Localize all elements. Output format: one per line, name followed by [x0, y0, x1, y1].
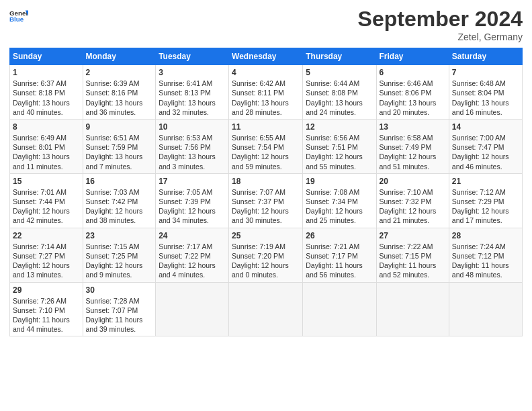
daylight: Daylight: 13 hours and 32 minutes. — [159, 99, 216, 116]
table-row: 5 Sunrise: 6:44 AM Sunset: 8:08 PM Dayli… — [303, 65, 376, 120]
sunset: Sunset: 7:47 PM — [452, 143, 504, 151]
empty-cell — [376, 282, 449, 336]
sunrise: Sunrise: 7:24 AM — [452, 242, 506, 250]
day-number: 16 — [86, 176, 153, 187]
sunrise: Sunrise: 6:55 AM — [232, 134, 285, 142]
daylight: Daylight: 12 hours and 55 minutes. — [306, 152, 363, 170]
sunset: Sunset: 7:12 PM — [452, 252, 504, 260]
day-number: 5 — [306, 67, 373, 78]
table-row: 18 Sunrise: 7:07 AM Sunset: 7:37 PM Dayl… — [229, 173, 303, 228]
table-row: 15 Sunrise: 7:01 AM Sunset: 7:44 PM Dayl… — [10, 173, 83, 228]
daylight: Daylight: 12 hours and 30 minutes. — [232, 207, 289, 224]
col-saturday: Saturday — [449, 48, 522, 65]
calendar-container: General Blue September 2024 Zetel, Germa… — [0, 0, 532, 343]
table-row: 13 Sunrise: 6:58 AM Sunset: 7:49 PM Dayl… — [376, 119, 449, 173]
daylight: Daylight: 13 hours and 11 minutes. — [13, 152, 70, 170]
sunset: Sunset: 8:18 PM — [13, 89, 65, 97]
daylight: Daylight: 13 hours and 40 minutes. — [13, 99, 70, 116]
sunset: Sunset: 8:01 PM — [13, 143, 65, 151]
sunrise: Sunrise: 7:10 AM — [380, 188, 433, 196]
sunrise: Sunrise: 6:37 AM — [13, 79, 66, 87]
day-number: 15 — [13, 176, 80, 187]
sunrise: Sunrise: 7:07 AM — [232, 188, 285, 196]
sunset: Sunset: 7:39 PM — [159, 197, 211, 205]
table-row: 25 Sunrise: 7:19 AM Sunset: 7:20 PM Dayl… — [229, 228, 303, 282]
sunrise: Sunrise: 6:53 AM — [159, 134, 212, 142]
sunset: Sunset: 7:34 PM — [306, 197, 358, 205]
sunrise: Sunrise: 6:48 AM — [452, 79, 506, 87]
day-number: 10 — [159, 122, 226, 132]
daylight: Daylight: 13 hours and 24 minutes. — [306, 99, 363, 116]
sunrise: Sunrise: 7:08 AM — [306, 188, 359, 196]
sunset: Sunset: 7:15 PM — [380, 252, 432, 260]
table-row: 8 Sunrise: 6:49 AM Sunset: 8:01 PM Dayli… — [10, 119, 83, 173]
sunrise: Sunrise: 7:17 AM — [159, 242, 212, 250]
table-row: 4 Sunrise: 6:42 AM Sunset: 8:11 PM Dayli… — [229, 65, 303, 120]
col-tuesday: Tuesday — [156, 48, 229, 65]
empty-cell — [303, 282, 376, 336]
day-number: 21 — [452, 176, 519, 187]
daylight: Daylight: 11 hours and 56 minutes. — [306, 261, 363, 279]
daylight: Daylight: 12 hours and 46 minutes. — [452, 152, 509, 170]
sunset: Sunset: 7:59 PM — [86, 143, 138, 151]
table-row: 21 Sunrise: 7:12 AM Sunset: 7:29 PM Dayl… — [449, 173, 522, 228]
daylight: Daylight: 12 hours and 4 minutes. — [159, 261, 216, 279]
day-number: 7 — [452, 67, 519, 78]
col-friday: Friday — [376, 48, 449, 65]
col-monday: Monday — [83, 48, 156, 65]
daylight: Daylight: 13 hours and 3 minutes. — [159, 152, 216, 170]
empty-cell — [156, 282, 229, 336]
sunset: Sunset: 7:29 PM — [452, 197, 504, 205]
sunset: Sunset: 7:25 PM — [86, 252, 138, 260]
daylight: Daylight: 13 hours and 16 minutes. — [452, 99, 509, 116]
empty-cell — [229, 282, 303, 336]
daylight: Daylight: 13 hours and 20 minutes. — [380, 99, 437, 116]
sunrise: Sunrise: 6:46 AM — [380, 79, 433, 87]
sunrise: Sunrise: 7:01 AM — [13, 188, 66, 196]
sunrise: Sunrise: 6:44 AM — [306, 79, 359, 87]
location-subtitle: Zetel, Germany — [358, 32, 523, 42]
logo: General Blue — [9, 7, 28, 26]
day-number: 28 — [452, 230, 519, 241]
daylight: Daylight: 12 hours and 59 minutes. — [232, 152, 289, 170]
daylight: Daylight: 12 hours and 51 minutes. — [380, 152, 437, 170]
sunset: Sunset: 7:22 PM — [159, 252, 211, 260]
table-row: 10 Sunrise: 6:53 AM Sunset: 7:56 PM Dayl… — [156, 119, 229, 173]
empty-cell — [449, 282, 522, 336]
day-number: 27 — [380, 230, 446, 241]
day-number: 19 — [306, 176, 373, 187]
table-row: 6 Sunrise: 6:46 AM Sunset: 8:06 PM Dayli… — [376, 65, 449, 120]
table-row: 24 Sunrise: 7:17 AM Sunset: 7:22 PM Dayl… — [156, 228, 229, 282]
sunset: Sunset: 8:16 PM — [86, 89, 138, 97]
table-row: 20 Sunrise: 7:10 AM Sunset: 7:32 PM Dayl… — [376, 173, 449, 228]
table-row: 14 Sunrise: 7:00 AM Sunset: 7:47 PM Dayl… — [449, 119, 522, 173]
calendar-week: 8 Sunrise: 6:49 AM Sunset: 8:01 PM Dayli… — [10, 119, 523, 173]
day-number: 22 — [13, 230, 80, 241]
table-row: 3 Sunrise: 6:41 AM Sunset: 8:13 PM Dayli… — [156, 65, 229, 120]
sunrise: Sunrise: 7:03 AM — [86, 188, 140, 196]
day-number: 1 — [13, 67, 80, 78]
daylight: Daylight: 12 hours and 25 minutes. — [306, 207, 363, 224]
table-row: 30 Sunrise: 7:28 AM Sunset: 7:07 PM Dayl… — [83, 282, 156, 336]
daylight: Daylight: 13 hours and 7 minutes. — [86, 152, 143, 170]
calendar-week: 15 Sunrise: 7:01 AM Sunset: 7:44 PM Dayl… — [10, 173, 523, 228]
day-number: 26 — [306, 230, 373, 241]
day-number: 14 — [452, 122, 519, 132]
sunrise: Sunrise: 7:19 AM — [232, 242, 285, 250]
day-number: 17 — [159, 176, 226, 187]
svg-text:Blue: Blue — [9, 15, 24, 23]
daylight: Daylight: 11 hours and 48 minutes. — [452, 261, 509, 279]
sunrise: Sunrise: 7:26 AM — [13, 297, 66, 305]
header: General Blue September 2024 Zetel, Germa… — [9, 7, 523, 42]
sunrise: Sunrise: 7:28 AM — [86, 297, 140, 305]
table-row: 28 Sunrise: 7:24 AM Sunset: 7:12 PM Dayl… — [449, 228, 522, 282]
day-number: 13 — [380, 122, 446, 132]
sunset: Sunset: 7:56 PM — [159, 143, 211, 151]
col-thursday: Thursday — [303, 48, 376, 65]
table-row: 16 Sunrise: 7:03 AM Sunset: 7:42 PM Dayl… — [83, 173, 156, 228]
sunset: Sunset: 7:44 PM — [13, 197, 65, 205]
table-row: 1 Sunrise: 6:37 AM Sunset: 8:18 PM Dayli… — [10, 65, 83, 120]
table-row: 29 Sunrise: 7:26 AM Sunset: 7:10 PM Dayl… — [10, 282, 83, 336]
col-wednesday: Wednesday — [229, 48, 303, 65]
table-row: 17 Sunrise: 7:05 AM Sunset: 7:39 PM Dayl… — [156, 173, 229, 228]
